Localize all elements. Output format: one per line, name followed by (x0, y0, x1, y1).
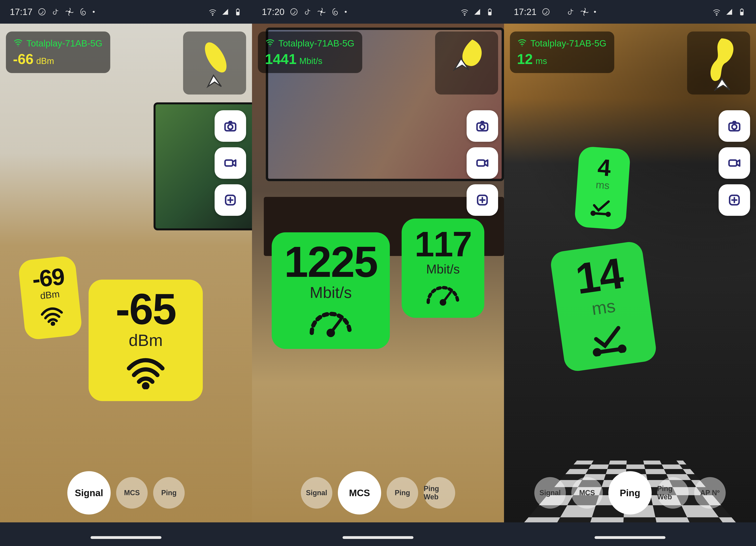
battery-icon (737, 7, 746, 16)
svg-point-0 (39, 9, 45, 15)
status-time: 17:17 (10, 6, 32, 17)
capture-photo-button[interactable] (215, 110, 246, 142)
tab-mcs[interactable]: MCS (338, 471, 381, 514)
capture-photo-button[interactable] (719, 110, 750, 142)
add-marker-button[interactable] (467, 184, 498, 216)
tab-pingweb[interactable]: Ping Web (424, 477, 455, 509)
ar-signal-badge-small: -69 dBm (18, 255, 83, 340)
svg-point-15 (291, 9, 297, 15)
home-indicator[interactable] (91, 536, 161, 539)
svg-point-14 (144, 384, 147, 388)
network-info-panel: Totalplay-71AB-5G 12 ms (510, 32, 614, 73)
more-dot-icon (345, 11, 347, 13)
capture-video-button[interactable] (719, 147, 750, 179)
home-indicator[interactable] (343, 536, 413, 539)
tab-signal[interactable]: Signal (301, 477, 332, 509)
svg-point-35 (522, 45, 523, 46)
capture-photo-button[interactable] (467, 110, 498, 142)
svg-point-21 (270, 45, 271, 46)
svg-point-29 (543, 9, 549, 15)
svg-rect-25 (477, 160, 485, 166)
svg-rect-34 (741, 9, 742, 9)
wifi-status-icon (208, 7, 217, 16)
cell-signal-icon (725, 7, 734, 16)
ar-mcs-badge-large: 1225 Mbit/s (272, 232, 390, 349)
tiktok-icon (566, 7, 575, 16)
wifi-icon (517, 37, 527, 49)
wifi-status-icon (460, 7, 469, 16)
android-nav-bar (0, 522, 252, 546)
metric-unit: dBm (36, 56, 54, 66)
capture-video-button[interactable] (467, 147, 498, 179)
whatsapp-icon (542, 7, 550, 16)
battery-icon (485, 7, 494, 16)
tab-pingweb[interactable]: Ping Web (657, 477, 689, 509)
phone-screen-2: 17:20 Totalplay-71AB-5G 1441 Mbit/s (252, 0, 504, 546)
svg-rect-5 (237, 9, 238, 9)
status-bar: 17:21 (504, 0, 756, 24)
more-dot-icon (594, 11, 596, 13)
ssid-label: Totalplay-71AB-5G (278, 38, 354, 49)
network-info-panel: Totalplay-71AB-5G -66 dBm (6, 32, 110, 73)
metric-unit: Mbit/s (299, 56, 322, 66)
tab-ping[interactable]: Ping (608, 471, 652, 514)
capture-video-button[interactable] (215, 147, 246, 179)
wifi-icon (13, 37, 23, 49)
status-bar: 17:17 (0, 0, 252, 24)
phone-screen-3: 17:21 Totalplay-71AB-5G 12 ms (504, 0, 756, 546)
battery-icon (233, 7, 242, 16)
tab-ap[interactable]: AP Nº (694, 477, 726, 509)
metric-value: 1441 (265, 51, 296, 67)
whatsapp-icon (38, 7, 46, 16)
svg-point-30 (584, 11, 585, 12)
svg-point-7 (201, 39, 231, 76)
fan-icon (317, 7, 326, 16)
heatmap-minimap[interactable] (687, 32, 750, 95)
svg-point-27 (329, 331, 333, 335)
ar-ping-badge-large: 14 ms (549, 240, 658, 373)
heatmap-minimap[interactable] (435, 32, 498, 95)
svg-point-31 (716, 15, 717, 16)
tab-signal[interactable]: Signal (67, 471, 111, 514)
svg-point-17 (464, 15, 465, 16)
svg-point-2 (212, 15, 213, 16)
svg-point-16 (321, 11, 322, 12)
tab-signal[interactable]: Signal (534, 477, 566, 509)
android-nav-bar (504, 522, 756, 546)
svg-marker-8 (208, 75, 221, 86)
svg-rect-39 (729, 160, 737, 166)
network-info-panel: Totalplay-71AB-5G 1441 Mbit/s (258, 32, 362, 73)
metric-value: 12 (517, 51, 533, 67)
status-time: 17:21 (514, 6, 536, 17)
tab-ping[interactable]: Ping (153, 477, 185, 509)
tab-mcs[interactable]: MCS (571, 477, 603, 509)
svg-rect-19 (488, 12, 491, 15)
heatmap-minimap[interactable] (183, 32, 246, 95)
svg-point-10 (228, 125, 233, 129)
home-indicator[interactable] (595, 536, 665, 539)
ssid-label: Totalplay-71AB-5G (26, 38, 102, 49)
more-dot-icon (93, 11, 95, 13)
cell-signal-icon (473, 7, 482, 16)
svg-rect-4 (236, 12, 239, 15)
svg-point-13 (52, 323, 54, 325)
ar-mcs-badge-small: 117 Mbit/s (402, 219, 484, 318)
metric-unit: ms (535, 56, 547, 66)
svg-point-28 (441, 301, 445, 304)
mode-tabs: Signal MCS Ping (0, 471, 252, 514)
svg-point-38 (732, 125, 737, 129)
threads-icon (79, 7, 88, 16)
wifi-status-icon (712, 7, 721, 16)
android-nav-bar (252, 522, 504, 546)
status-bar: 17:20 (252, 0, 504, 24)
add-marker-button[interactable] (719, 184, 750, 216)
cell-signal-icon (221, 7, 230, 16)
ar-ping-badge-small: 4 ms (574, 146, 631, 230)
ssid-label: Totalplay-71AB-5G (530, 38, 606, 49)
tab-ping[interactable]: Ping (387, 477, 418, 509)
fan-icon (65, 7, 74, 16)
status-time: 17:20 (262, 6, 284, 17)
add-marker-button[interactable] (215, 184, 246, 216)
tab-mcs[interactable]: MCS (116, 477, 148, 509)
threads-icon (331, 7, 340, 16)
